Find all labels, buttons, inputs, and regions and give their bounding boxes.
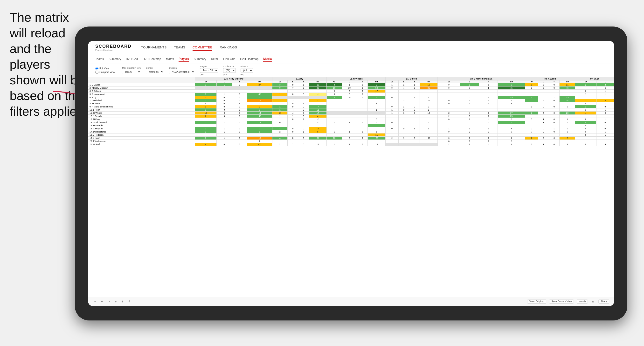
undo-button[interactable]: ↩ — [93, 300, 98, 303]
table-row: 7. O Mitchell 30018 2202 120-4 0104 0402… — [88, 99, 614, 102]
zoom-button[interactable]: ⊕ — [113, 300, 118, 303]
share-button[interactable]: Share — [598, 300, 609, 304]
table-row: 3. S Jelinek 02017 01 — [88, 90, 614, 93]
region-filter: Region East - DII (All) — [200, 65, 218, 75]
subnav-h2h-heatmap[interactable]: H2H Heatmap — [143, 56, 161, 62]
table-row: 17. D Ballesteros 3105 2010 1101 0210 70… — [88, 130, 614, 134]
save-custom-view-button[interactable]: Save Custom View — [549, 300, 574, 304]
col-header-player5: 23. L Marie Schumac. — [438, 77, 525, 80]
nav-teams[interactable]: TEAMS — [174, 45, 185, 51]
table-row: 2. M Kelly Mulcahy 07040 1010050 04035 0… — [88, 86, 614, 90]
conference-select[interactable]: (All) — [223, 68, 236, 73]
tablet-device: SCOREBOARD Powered by clippd TOURNAMENTS… — [75, 26, 627, 321]
table-row: 19. J Karrh 31019 400-20 1300-33 210-13 … — [88, 137, 614, 140]
table-row: 21. O Stoll 400-33 21014 11014 2211 1109… — [88, 143, 614, 146]
redo-button[interactable]: ↪ — [100, 300, 104, 303]
table-row: 6. A Dy 7000 01414 0140 10025 10113 — [88, 96, 614, 99]
gender-filter: Gender Women's — [146, 67, 164, 74]
division-select[interactable]: NCAA Division II — [169, 70, 195, 74]
table-row: 20. E Andersson 2 0108 — [88, 140, 614, 143]
region-select[interactable]: East - DII — [200, 68, 218, 73]
subnav-h2h-heatmap2[interactable]: H2H Heatmap — [240, 56, 258, 62]
table-row: 11. G Woods 100014 144017 11014 24017 24… — [88, 112, 614, 115]
view-options: Full View Compact View — [95, 67, 115, 74]
table-row: 5. A Nomrowski 310-11 100-1 00011 11 — [88, 93, 614, 96]
col-header-player7: 60. W Za — [575, 77, 614, 80]
table-row: 14. S Srichantamit 31014 0105 1204 0105 … — [88, 121, 614, 124]
table-row: 9. A Maria Jimenez Rios 1001 100-7 0102 … — [88, 105, 614, 108]
main-content: 2. M Kelly Mulcahy 6. A Dy 11. G Woods 2… — [88, 77, 614, 297]
nav-items: TOURNAMENTS TEAMS COMMITTEE RANKINGS — [141, 45, 237, 51]
division-label: Division — [169, 67, 195, 69]
full-view-option[interactable]: Full View — [95, 67, 115, 70]
subnav-matrix[interactable]: Matrix — [166, 56, 174, 62]
watch-button[interactable]: Watch — [577, 300, 588, 304]
matrix-table: 2. M Kelly Mulcahy 6. A Dy 11. G Woods 2… — [88, 77, 614, 146]
tablet-screen: SCOREBOARD Powered by clippd TOURNAMENTS… — [88, 41, 614, 306]
table-row: 1. J Garcia 31027 301-11 4100 11110 0106… — [88, 83, 614, 86]
gender-select[interactable]: Women's — [146, 70, 164, 74]
watch-label: Watch — [579, 300, 586, 303]
col-header-player3: 11. G Woods — [327, 77, 386, 80]
players-label: Players — [240, 65, 253, 68]
share-label: Share — [600, 300, 607, 303]
sub-h-w1: W — [195, 80, 216, 83]
max-players-label: Max players in view — [122, 67, 141, 69]
view-original-button[interactable]: View: Original — [527, 300, 546, 304]
subnav-players[interactable]: Players — [178, 56, 189, 62]
table-row: 16. X Mcgaha 2101 10011 0010 1103 0010 0… — [88, 127, 614, 130]
table-row: 18. J Hodgson 11 01 — [88, 134, 614, 137]
subnav-h2h-grid2[interactable]: H2H Grid — [223, 56, 235, 62]
settings-button[interactable]: ⚙ — [120, 300, 125, 303]
subnav-summary2[interactable]: Summary — [194, 56, 206, 62]
nav-tournaments[interactable]: TOURNAMENTS — [141, 45, 167, 51]
nav-bar: SCOREBOARD Powered by clippd TOURNAMENTS… — [88, 41, 614, 54]
table-row: 13. N Klug 101-2 3 0210 0101 01 — [88, 118, 614, 121]
col-header-player1: 2. M Kelly Mulcahy — [195, 77, 272, 80]
gender-label: Gender — [146, 67, 164, 69]
table-row: 8. M Torres 0010 1012 3 0108 01 — [88, 102, 614, 105]
logo-title: SCOREBOARD — [95, 44, 132, 49]
conference-filter: Conference (All) (All) — [223, 65, 236, 75]
table-row: 12. A Bianchi 200-18 1104 20025 — [88, 115, 614, 118]
max-players-select[interactable]: Top 25 — [122, 70, 141, 74]
table-row: 10. L Perini 3001 14011 1 1002 11 — [88, 108, 614, 112]
players-select[interactable]: (All) — [240, 68, 253, 73]
view-original-label: View: Original — [530, 300, 544, 303]
col-header-player6: 38. A Webb — [525, 77, 575, 80]
col-header-player2: 6. A Dy — [272, 77, 327, 80]
nav-committee[interactable]: COMMITTEE — [192, 45, 212, 51]
compact-view-option[interactable]: Compact View — [95, 71, 115, 74]
timer-button[interactable]: ⏱ — [127, 300, 132, 303]
subnav-detail[interactable]: Detail — [211, 56, 218, 62]
subnav-teams[interactable]: Teams — [95, 56, 104, 62]
subnav-h2h-grid[interactable]: H2H Grid — [126, 56, 138, 62]
subnav-matrix2[interactable]: Matrix — [263, 56, 272, 62]
logo-subtitle: Powered by clippd — [95, 49, 132, 51]
toolbar-left: ↩ ↪ ↺ ⊕ ⚙ ⏱ — [93, 300, 132, 303]
conference-label: Conference — [223, 65, 236, 68]
bottom-toolbar: ↩ ↪ ↺ ⊕ ⚙ ⏱ View: Original Save Custom V… — [88, 297, 614, 306]
logo-area: SCOREBOARD Powered by clippd — [95, 44, 132, 51]
toolbar-right: View: Original Save Custom View Watch ⊞ … — [527, 300, 609, 304]
grid-button[interactable]: ⊞ — [591, 300, 596, 303]
max-players-filter: Max players in view Top 25 — [122, 67, 141, 74]
subnav-summary[interactable]: Summary — [108, 56, 121, 62]
players-filter: Players (All) (All) — [240, 65, 253, 75]
sub-nav: Teams Summary H2H Grid H2H Heatmap Matri… — [88, 54, 614, 64]
region-label: Region — [200, 65, 218, 68]
table-row: 15. H Stranda 11 01 — [88, 124, 614, 127]
nav-rankings[interactable]: RANKINGS — [220, 45, 237, 51]
filter-bar: Full View Compact View Max players in vi… — [88, 64, 614, 77]
col-header-name — [88, 77, 195, 83]
division-filter: Division NCAA Division II — [169, 67, 195, 74]
save-custom-label: Save Custom View — [551, 300, 572, 303]
col-header-player4: 21. O Stoll — [386, 77, 438, 80]
refresh-button[interactable]: ↺ — [106, 300, 111, 303]
